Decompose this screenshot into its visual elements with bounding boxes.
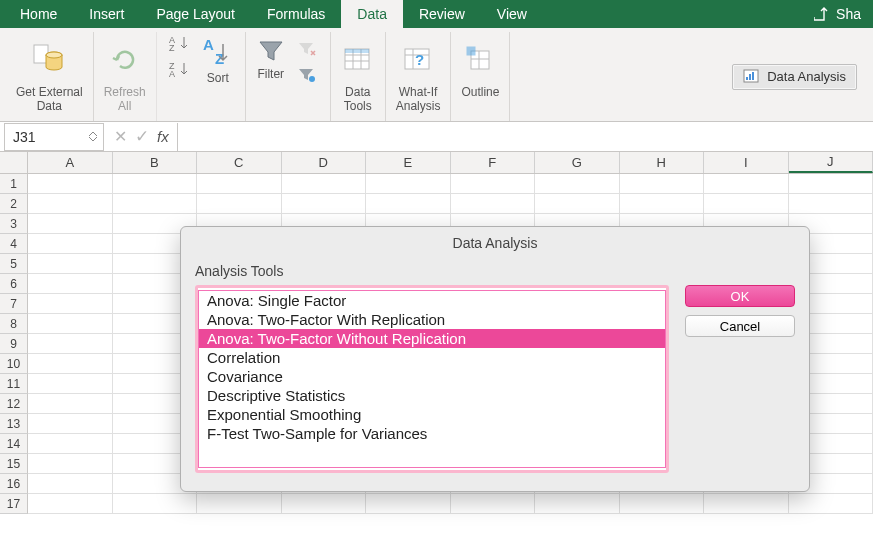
- row-header[interactable]: 10: [0, 354, 28, 374]
- tab-data[interactable]: Data: [341, 0, 403, 28]
- column-header[interactable]: A: [28, 152, 113, 173]
- column-header[interactable]: H: [620, 152, 705, 173]
- cell[interactable]: [28, 374, 113, 394]
- cell[interactable]: [28, 354, 113, 374]
- row-header[interactable]: 7: [0, 294, 28, 314]
- cell[interactable]: [620, 194, 705, 214]
- cancel-entry-icon[interactable]: ✕: [114, 127, 127, 146]
- tab-home[interactable]: Home: [4, 0, 73, 28]
- advanced-filter-button[interactable]: [294, 64, 320, 86]
- cell[interactable]: [451, 194, 536, 214]
- tab-view[interactable]: View: [481, 0, 543, 28]
- column-header[interactable]: I: [704, 152, 789, 173]
- clear-filter-button[interactable]: [294, 38, 320, 60]
- filter-button[interactable]: Filter: [256, 32, 286, 86]
- cell[interactable]: [282, 194, 367, 214]
- column-header[interactable]: D: [282, 152, 367, 173]
- cell[interactable]: [789, 174, 874, 194]
- analysis-tool-item[interactable]: Correlation: [199, 348, 665, 367]
- data-analysis-button[interactable]: Data Analysis: [732, 64, 857, 90]
- row-header[interactable]: 16: [0, 474, 28, 494]
- cell[interactable]: [28, 234, 113, 254]
- cell[interactable]: [282, 494, 367, 514]
- analysis-tool-item[interactable]: Exponential Smoothing: [199, 405, 665, 424]
- cell[interactable]: [366, 194, 451, 214]
- ok-button[interactable]: OK: [685, 285, 795, 307]
- row-header[interactable]: 12: [0, 394, 28, 414]
- column-header[interactable]: B: [113, 152, 198, 173]
- column-header[interactable]: G: [535, 152, 620, 173]
- row-header[interactable]: 6: [0, 274, 28, 294]
- confirm-entry-icon[interactable]: ✓: [135, 126, 149, 147]
- cell[interactable]: [535, 194, 620, 214]
- cell[interactable]: [620, 494, 705, 514]
- analysis-tools-listbox[interactable]: Anova: Single FactorAnova: Two-Factor Wi…: [195, 285, 669, 473]
- cell[interactable]: [535, 494, 620, 514]
- row-header[interactable]: 5: [0, 254, 28, 274]
- name-box-stepper[interactable]: [89, 131, 97, 142]
- cell[interactable]: [451, 494, 536, 514]
- cell[interactable]: [113, 194, 198, 214]
- row-header[interactable]: 4: [0, 234, 28, 254]
- fx-icon[interactable]: fx: [157, 128, 169, 145]
- cell[interactable]: [535, 174, 620, 194]
- row-header[interactable]: 15: [0, 454, 28, 474]
- column-header[interactable]: J: [789, 152, 874, 173]
- sort-button[interactable]: AZ Sort: [201, 32, 235, 86]
- tab-review[interactable]: Review: [403, 0, 481, 28]
- cell[interactable]: [451, 174, 536, 194]
- cell[interactable]: [28, 394, 113, 414]
- cell[interactable]: [704, 494, 789, 514]
- cell[interactable]: [704, 174, 789, 194]
- cell[interactable]: [704, 194, 789, 214]
- cell[interactable]: [197, 494, 282, 514]
- cell[interactable]: [28, 414, 113, 434]
- row-header[interactable]: 1: [0, 174, 28, 194]
- tab-insert[interactable]: Insert: [73, 0, 140, 28]
- row-header[interactable]: 3: [0, 214, 28, 234]
- sort-desc-button[interactable]: ZA: [167, 58, 193, 80]
- analysis-tool-item[interactable]: Covariance: [199, 367, 665, 386]
- analysis-tool-item[interactable]: Anova: Two-Factor Without Replication: [199, 329, 665, 348]
- cell[interactable]: [28, 174, 113, 194]
- cell[interactable]: [28, 314, 113, 334]
- name-box[interactable]: J31: [4, 123, 104, 151]
- cell[interactable]: [282, 174, 367, 194]
- formula-input[interactable]: [177, 123, 873, 151]
- cell[interactable]: [789, 194, 874, 214]
- row-header[interactable]: 11: [0, 374, 28, 394]
- cell[interactable]: [28, 254, 113, 274]
- analysis-tool-item[interactable]: Anova: Single Factor: [199, 291, 665, 310]
- cell[interactable]: [28, 274, 113, 294]
- cell[interactable]: [366, 174, 451, 194]
- refresh-all-button[interactable]: Refresh All: [94, 32, 157, 121]
- analysis-tool-item[interactable]: Anova: Two-Factor With Replication: [199, 310, 665, 329]
- cell[interactable]: [789, 494, 874, 514]
- cell[interactable]: [366, 494, 451, 514]
- column-header[interactable]: E: [366, 152, 451, 173]
- cell[interactable]: [28, 334, 113, 354]
- outline-button[interactable]: Outline: [451, 32, 510, 121]
- row-header[interactable]: 13: [0, 414, 28, 434]
- cell[interactable]: [28, 294, 113, 314]
- column-header[interactable]: F: [451, 152, 536, 173]
- cell[interactable]: [197, 194, 282, 214]
- cell[interactable]: [113, 174, 198, 194]
- data-tools-button[interactable]: Data Tools: [331, 32, 386, 121]
- get-external-data-button[interactable]: Get External Data: [6, 32, 94, 121]
- tab-page-layout[interactable]: Page Layout: [140, 0, 251, 28]
- analysis-tool-item[interactable]: F-Test Two-Sample for Variances: [199, 424, 665, 443]
- cell[interactable]: [28, 434, 113, 454]
- sort-asc-button[interactable]: AZ: [167, 32, 193, 54]
- row-header[interactable]: 9: [0, 334, 28, 354]
- row-header[interactable]: 8: [0, 314, 28, 334]
- cell[interactable]: [28, 194, 113, 214]
- cell[interactable]: [620, 174, 705, 194]
- row-header[interactable]: 17: [0, 494, 28, 514]
- row-header[interactable]: 14: [0, 434, 28, 454]
- row-header[interactable]: 2: [0, 194, 28, 214]
- cell[interactable]: [113, 494, 198, 514]
- cancel-button[interactable]: Cancel: [685, 315, 795, 337]
- analysis-tool-item[interactable]: Descriptive Statistics: [199, 386, 665, 405]
- cell[interactable]: [28, 214, 113, 234]
